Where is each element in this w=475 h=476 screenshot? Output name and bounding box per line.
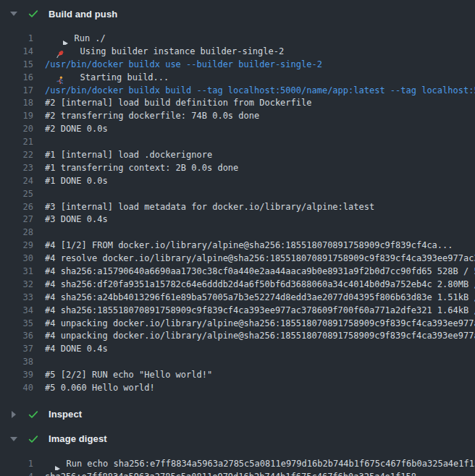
log-line: 38: [0, 355, 475, 368]
log-line: 36 #4 unpacking docker.io/library/alpine…: [0, 329, 475, 342]
runner-icon: [55, 76, 65, 83]
log-line: 26 #3 [internal] load metadata for docke…: [0, 200, 475, 213]
line-number[interactable]: 24: [0, 176, 33, 186]
line-content: Using builder instance builder-single-2: [45, 45, 284, 58]
log-line: 29 #4 [1/2] FROM docker.io/library/alpin…: [0, 239, 475, 252]
line-content: #5 0.060 Hello world!: [45, 383, 155, 393]
log-line: 22 #1 [internal] load .dockerignore: [0, 148, 475, 161]
section-header[interactable]: Build and push: [0, 0, 475, 25]
log-line: 32 #4 sha256:df20fa9351a15782c64e6dddb2d…: [0, 278, 475, 291]
line-number[interactable]: 4: [0, 472, 33, 476]
log-line: 35 #4 unpacking docker.io/library/alpine…: [0, 317, 475, 330]
log-line: 25: [0, 187, 475, 200]
section-title: Inspect: [49, 409, 82, 420]
line-content: #4 DONE 0.4s: [45, 344, 108, 354]
line-number[interactable]: 38: [0, 357, 33, 367]
line-number[interactable]: 15: [0, 59, 33, 69]
line-number[interactable]: 1: [0, 459, 33, 469]
line-text: #3 [internal] load metadata for docker.i…: [45, 202, 374, 212]
line-text: sha256:e7ff8834a5963a2785c5a0811e979d16b…: [45, 472, 416, 476]
line-content: #4 unpacking docker.io/library/alpine@sh…: [45, 318, 475, 328]
line-number[interactable]: 34: [0, 305, 33, 315]
pushpin-icon: [55, 50, 65, 57]
section-header[interactable]: Image digest: [0, 425, 475, 450]
log-line: 24 #1 DONE 0.0s: [0, 174, 475, 187]
log-line: 40 #5 0.060 Hello world!: [0, 381, 475, 394]
line-content: /usr/bin/docker buildx use --builder bui…: [45, 59, 322, 69]
line-text: #5 0.060 Hello world!: [45, 383, 155, 393]
log-line: 33 #4 sha256:a24bb4013296f61e89ba57005a7…: [0, 291, 475, 304]
line-number[interactable]: 21: [0, 137, 33, 147]
line-text: #1 transferring context: 2B 0.0s done: [45, 163, 238, 173]
log-line: 4 sha256:e7ff8834a5963a2785c5a0811e979d1…: [0, 470, 475, 476]
line-text: #4 sha256:a24bb4013296f61e89ba57005a7b3e…: [45, 292, 475, 302]
line-text: #1 [internal] load .dockerignore: [45, 150, 212, 160]
line-text: Run echo sha256:e7ff8834a5963a2785c5a081…: [66, 459, 475, 469]
line-number[interactable]: 26: [0, 202, 33, 212]
line-text: /usr/bin/docker buildx build --tag local…: [45, 85, 475, 95]
line-number[interactable]: 27: [0, 214, 33, 224]
line-content: sha256:e7ff8834a5963a2785c5a0811e979d16b…: [45, 472, 416, 476]
line-number[interactable]: 1: [0, 33, 33, 43]
log-line: 14 Using builder instance builder-single…: [0, 45, 475, 58]
line-text: /usr/bin/docker buildx use --builder bui…: [45, 59, 322, 69]
line-text: #2 DONE 0.0s: [45, 124, 108, 134]
line-number[interactable]: 32: [0, 279, 33, 289]
line-content: #2 DONE 0.0s: [45, 124, 108, 134]
line-text: #2 [internal] load build definition from…: [45, 98, 311, 108]
line-number[interactable]: 22: [0, 150, 33, 160]
line-number[interactable]: 40: [0, 383, 33, 393]
line-content: Run ./: [45, 32, 106, 45]
log-line: 34 #4 sha256:185518070891758909c9f839cf4…: [0, 304, 475, 317]
line-text: #4 sha256:185518070891758909c9f839cf4ca3…: [45, 305, 475, 315]
log-line: 37 #4 DONE 0.4s: [0, 342, 475, 355]
success-check-icon: [28, 8, 39, 20]
line-content: #4 sha256:a24bb4013296f61e89ba57005a7b3e…: [45, 292, 475, 302]
line-number[interactable]: 33: [0, 292, 33, 302]
log-line: 39 #5 [2/2] RUN echo "Hello world!": [0, 368, 475, 381]
log-line[interactable]: 1 Run ./: [0, 32, 475, 45]
play-arrow-icon[interactable]: [55, 466, 60, 470]
log-line: 31 #4 sha256:a15790640a6690aa1730c38cf0a…: [0, 265, 475, 278]
line-text: #3 DONE 0.4s: [45, 214, 108, 224]
line-text: #4 DONE 0.4s: [45, 344, 108, 354]
line-number[interactable]: 29: [0, 240, 33, 250]
section-header[interactable]: Inspect: [0, 401, 475, 425]
log-line: 18 #2 [internal] load build definition f…: [0, 96, 475, 109]
line-content: #2 [internal] load build definition from…: [45, 98, 311, 108]
line-content: Starting build...: [45, 71, 169, 84]
line-text: #1 DONE 0.0s: [45, 176, 108, 186]
line-number[interactable]: 14: [0, 46, 33, 56]
line-number[interactable]: 37: [0, 344, 33, 354]
line-content: #4 unpacking docker.io/library/alpine@sh…: [45, 331, 475, 341]
line-number[interactable]: 36: [0, 331, 33, 341]
line-number[interactable]: 25: [0, 189, 33, 199]
line-number[interactable]: 30: [0, 253, 33, 263]
line-content: #5 [2/2] RUN echo "Hello world!": [45, 370, 212, 380]
log-line[interactable]: 1 Run echo sha256:e7ff8834a5963a2785c5a0…: [0, 457, 475, 470]
line-number[interactable]: 20: [0, 124, 33, 134]
line-number[interactable]: 39: [0, 370, 33, 380]
line-text: Using builder instance builder-single-2: [80, 46, 284, 56]
line-number[interactable]: 23: [0, 163, 33, 173]
line-content: #2 transferring dockerfile: 74B 0.0s don…: [45, 111, 259, 121]
line-number[interactable]: 35: [0, 318, 33, 328]
log-section-image-digest: Image digest 1 Run echo sha256:e7ff8834a…: [0, 425, 475, 476]
line-number[interactable]: 28: [0, 227, 33, 237]
chevron-right-icon: [9, 411, 19, 418]
sections: Build and push 1 Run ./ 14 Using builder…: [0, 0, 475, 476]
line-number[interactable]: 18: [0, 98, 33, 108]
line-number[interactable]: 31: [0, 266, 33, 276]
line-number[interactable]: 16: [0, 72, 33, 82]
line-number[interactable]: 17: [0, 85, 33, 95]
line-number[interactable]: 19: [0, 111, 33, 121]
line-text: Starting build...: [80, 72, 169, 82]
section-lines: 1 Run echo sha256:e7ff8834a5963a2785c5a0…: [0, 450, 475, 476]
line-content: Run echo sha256:e7ff8834a5963a2785c5a081…: [45, 457, 475, 470]
line-content: #3 [internal] load metadata for docker.i…: [45, 202, 374, 212]
line-content: #1 transferring context: 2B 0.0s done: [45, 163, 238, 173]
section-title: Image digest: [49, 433, 107, 444]
log-line: 16 Starting build...: [0, 71, 475, 84]
line-content: #4 sha256:a15790640a6690aa1730c38cf0a440…: [45, 266, 475, 276]
line-text: #4 [1/2] FROM docker.io/library/alpine@s…: [45, 240, 453, 250]
